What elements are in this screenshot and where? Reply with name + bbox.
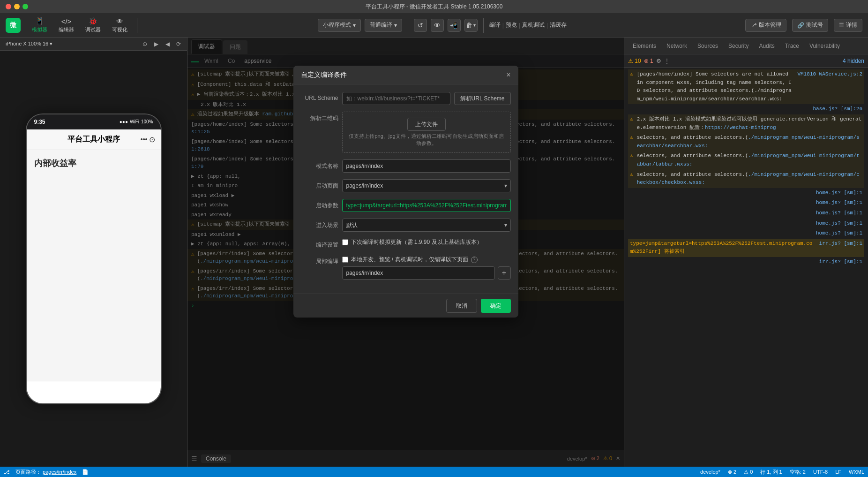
devtools-text-2: [630, 105, 809, 114]
dialog-title: 自定义编译条件: [301, 71, 347, 79]
devtools-tab-vulnerability[interactable]: Vulnerability: [805, 40, 845, 52]
simulator-btn[interactable]: 📱 模拟器: [28, 15, 51, 35]
phone-nav-dots[interactable]: ••• ⊙: [141, 135, 155, 144]
partial-add-btn[interactable]: +: [498, 266, 511, 280]
version-label: 版本管理: [759, 21, 781, 29]
sim-home-btn[interactable]: ⊙: [140, 39, 150, 49]
devtools-file-2[interactable]: base.js? [sm]:26: [813, 105, 862, 114]
devtools-file-9[interactable]: home.js? [sm]:1: [816, 209, 862, 218]
maximize-btn[interactable]: [22, 4, 28, 9]
toolbar-sep-2: [408, 18, 408, 33]
device-select-wrapper[interactable]: iPhone X 100% 16 ▾: [4, 41, 54, 47]
devtools-line-7: home.js? [sm]:1: [628, 188, 864, 198]
compile-next-row: 下次编译时模拟更新（需 1.9.90 及以上基础库版本）: [342, 238, 511, 246]
devtools-file-7[interactable]: home.js? [sm]:1: [816, 189, 862, 197]
version-btn[interactable]: ⎇ 版本管理: [745, 19, 786, 32]
devtools-tab-security[interactable]: Security: [724, 40, 753, 52]
sim-rotate-btn[interactable]: ⟳: [174, 39, 183, 49]
devtools-tab-network[interactable]: Network: [662, 40, 692, 52]
mode-name-input[interactable]: [342, 159, 511, 173]
devtools-line-8: home.js? [sm]:1: [628, 198, 864, 208]
start-params-section: 启动参数: [301, 199, 511, 212]
refresh-icon-btn[interactable]: ↺: [414, 19, 427, 32]
mode-dropdown[interactable]: 小程序模式 ▾: [318, 19, 361, 32]
scene-label: 进入场景: [301, 219, 338, 229]
editor-icon: </>: [61, 17, 72, 25]
devtools-line-4: ⚠ selectors, and attribute selectors.(./…: [628, 133, 864, 151]
sim-back-btn[interactable]: ◀: [163, 39, 172, 49]
start-params-label: 启动参数: [301, 199, 338, 210]
compile-next-checkbox[interactable]: [342, 239, 348, 245]
status-branch: develop*: [700, 469, 720, 475]
clear-icon-btn[interactable]: 🗑 ▾: [464, 19, 478, 32]
mode-chevron-icon: ▾: [353, 22, 356, 29]
devtools-tab-elements[interactable]: Elements: [628, 40, 661, 52]
status-left: ⎇ 页面路径： pages/irr/index 📄: [4, 469, 89, 476]
sep: |: [502, 22, 504, 29]
simulator-label: 模拟器: [32, 26, 47, 33]
source-control-icon: ⎇: [4, 469, 10, 475]
phone-camera-icon: ⊙: [149, 135, 155, 144]
debugger-btn[interactable]: 🐞 调试器: [82, 15, 105, 35]
start-params-input[interactable]: [342, 199, 511, 212]
url-scheme-content: 解析URL Scheme: [342, 92, 511, 105]
partial-compile-checkbox[interactable]: [342, 257, 348, 263]
dialog-close-btn[interactable]: ×: [506, 71, 510, 79]
compile-dropdown[interactable]: 普通编译 ▾: [365, 19, 402, 32]
compile-label: 普通编译: [370, 21, 392, 29]
preview-icon-btn[interactable]: 👁: [431, 19, 444, 32]
url-scheme-input[interactable]: [342, 92, 450, 105]
devtools-highlight-file[interactable]: irr.js? [sm]:1: [819, 240, 862, 256]
start-page-select[interactable]: pages/irr/index: [342, 179, 511, 192]
partial-page-input[interactable]: [342, 266, 495, 280]
devtools-file-last[interactable]: irr.js? [sm]:1: [819, 258, 862, 266]
scene-select[interactable]: 默认: [342, 219, 511, 232]
visual-label: 可视化: [112, 26, 127, 33]
devtools-content[interactable]: ⚠ [pages/home/index] Some selectors are …: [624, 68, 868, 467]
devtools-highlight-text: type=jump&targeturl=https%253A%252F%252F…: [630, 240, 816, 256]
devtools-tab-audits[interactable]: Audits: [754, 40, 779, 52]
sep2: |: [519, 22, 520, 29]
devtools-file-10[interactable]: home.js? [sm]:1: [816, 220, 862, 228]
phone-nav-title: 平台工具小程序: [67, 135, 120, 144]
devtools-link-5[interactable]: ./miniprogram_npm/weui-miniprogram/tabba…: [637, 153, 860, 167]
confirm-btn[interactable]: 确定: [481, 299, 511, 313]
sim-play-btn[interactable]: ▶: [151, 39, 161, 49]
devtools-text-last: [630, 258, 816, 266]
compile-chevron-icon: ▾: [394, 22, 397, 29]
device-icon-btn[interactable]: 📲: [448, 19, 461, 32]
mode-label: 小程序模式: [323, 21, 351, 29]
phone-time: 9:35: [34, 119, 45, 125]
status-line-ending: LF: [835, 469, 841, 475]
dialog-footer: 取消 确定: [293, 294, 518, 318]
parse-url-scheme-btn[interactable]: 解析URL Scheme: [454, 92, 511, 105]
detail-btn[interactable]: ☰ 详情: [834, 19, 862, 32]
devtools-link-3[interactable]: https://wechat-miniprog: [705, 125, 776, 130]
devtools-line-6: ⚠ selectors, and attribute selectors.(./…: [628, 170, 864, 188]
devtools-tab-sources[interactable]: Sources: [693, 40, 723, 52]
devtools-link-4[interactable]: ./miniprogram_npm/weui-miniprogram/searc…: [637, 135, 860, 149]
devtools-file-11[interactable]: home.js? [sm]:1: [816, 229, 862, 238]
devtools-file-1[interactable]: VM1810 WAService.js:2: [797, 70, 862, 103]
partial-help-icon[interactable]: ?: [471, 257, 478, 263]
main-toolbar: 微 📱 模拟器 </> 编辑器 🐞 调试器 👁 可视化 小程序模式 ▾ 普通编译…: [0, 13, 868, 38]
custom-compile-dialog: 自定义编译条件 × URL Scheme 解析URL Scheme: [293, 66, 518, 318]
phone-content: 内部收益率: [27, 150, 161, 383]
devtools-tab-trace[interactable]: Trace: [780, 40, 804, 52]
phone-frame: 9:35 ●●● WiFi 100% 平台工具小程序 ••• ⊙: [26, 114, 162, 404]
page-path[interactable]: pages/irr/index: [43, 469, 76, 475]
dots-icon: •••: [141, 136, 148, 143]
editor-btn[interactable]: </> 编辑器: [55, 15, 78, 35]
minimize-btn[interactable]: [14, 4, 20, 9]
cancel-btn[interactable]: 取消: [446, 299, 477, 313]
devtools-warn-icon-3: ⚠: [630, 115, 633, 132]
visual-btn[interactable]: 👁 可视化: [108, 15, 131, 35]
close-btn[interactable]: [6, 4, 11, 9]
devtools-file-8[interactable]: home.js? [sm]:1: [816, 199, 862, 207]
test-btn[interactable]: 🔗 测试号: [792, 19, 828, 32]
devtools-settings-icon[interactable]: ⚙: [656, 58, 661, 64]
upload-btn[interactable]: 上传文件: [407, 118, 446, 131]
devtools-link-6[interactable]: ./miniprogram_npm/weui-miniprogram/check…: [637, 172, 860, 186]
start-page-select-wrapper: pages/irr/index: [342, 179, 511, 192]
devtools-more-icon[interactable]: ⋮: [664, 58, 670, 64]
